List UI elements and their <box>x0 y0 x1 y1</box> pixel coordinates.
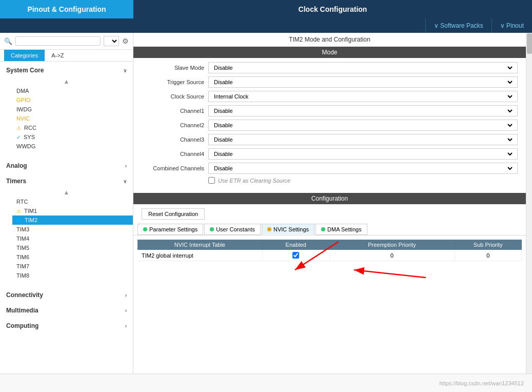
section-system-core-header[interactable]: System Core ∨ <box>0 64 133 77</box>
channel3-select[interactable]: Disable <box>208 134 518 145</box>
sidebar-item-nvic[interactable]: NVIC <box>12 114 133 123</box>
channel4-label: Channel4 <box>142 151 208 157</box>
gear-icon[interactable]: ⚙ <box>122 37 129 45</box>
sidebar-item-tim7[interactable]: TIM7 <box>12 262 133 271</box>
config-section: Configuration Reset Configuration Parame… <box>133 193 526 261</box>
channel4-row: Channel4 Disable <box>142 148 518 160</box>
chevron-right-icon: › <box>125 163 127 169</box>
section-multimedia-header[interactable]: Multimedia › <box>0 304 133 317</box>
sidebar-item-sys[interactable]: SYS <box>12 132 133 142</box>
trigger-source-dropdown[interactable]: Disable <box>212 79 514 86</box>
combined-channels-select[interactable]: Disable <box>208 163 518 174</box>
sidebar-item-tim1[interactable]: TIM1 <box>12 206 133 215</box>
pinout-btn[interactable]: ∨ Pinout <box>491 18 532 33</box>
reset-config-button[interactable]: Reset Configuration <box>142 208 205 220</box>
etr-checkbox-row: Use ETR as Clearing Source <box>208 177 518 184</box>
section-computing: Computing › <box>0 319 133 332</box>
tab-nvic-settings[interactable]: NVIC Settings <box>262 224 314 235</box>
chevron-right-icon-3: › <box>125 308 127 313</box>
search-dropdown[interactable] <box>104 36 119 46</box>
nvic-table: NVIC Interrupt Table Enabled Preemption … <box>137 240 522 261</box>
param-settings-dot <box>143 227 147 231</box>
etr-checkbox[interactable] <box>208 177 215 184</box>
timers-scroll-up[interactable]: ▲ <box>0 188 133 197</box>
bottom-bar: https://blog.csdn.net/wan1234512 <box>0 374 532 392</box>
sidebar-item-tim3[interactable]: TIM3 <box>12 225 133 234</box>
channel2-row: Channel2 Disable <box>142 120 518 131</box>
scrollbar[interactable] <box>526 33 532 392</box>
slave-mode-select[interactable]: Disable <box>208 62 518 73</box>
section-timers-header[interactable]: Timers ∨ <box>0 174 133 188</box>
channel3-row: Channel3 Disable <box>142 134 518 145</box>
channel4-dropdown[interactable]: Disable <box>212 150 514 158</box>
td-subpriority: 0 <box>455 250 522 261</box>
channel3-dropdown[interactable]: Disable <box>212 136 514 143</box>
combined-channels-label: Combined Channels <box>142 165 208 171</box>
tim2-active-dot <box>16 218 21 222</box>
clock-source-dropdown[interactable]: Internal Clock <box>212 93 514 100</box>
section-connectivity: Connectivity › <box>0 288 133 302</box>
sidebar-item-rcc[interactable]: RCC <box>12 123 133 132</box>
channel2-select[interactable]: Disable <box>208 120 518 131</box>
slave-mode-dropdown[interactable]: Disable <box>212 64 514 71</box>
th-enabled: Enabled <box>263 240 330 250</box>
sidebar-item-iwdg[interactable]: IWDG <box>12 105 133 114</box>
chevron-right-icon-4: › <box>125 323 127 329</box>
nvic-table-row: TIM2 global interrupt 0 0 <box>137 250 522 261</box>
combined-channels-dropdown[interactable]: Disable <box>212 165 514 172</box>
slave-mode-label: Slave Mode <box>142 65 208 71</box>
content-scroll[interactable]: Mode Slave Mode Disable Trigge <box>133 47 526 392</box>
trigger-source-select[interactable]: Disable <box>208 76 518 88</box>
search-input[interactable] <box>15 36 101 46</box>
watermark-text: https://blog.csdn.net/wan1234512 <box>439 380 524 386</box>
tab-categories[interactable]: Categories <box>4 50 45 61</box>
chevron-down-icon: ∨ <box>123 68 127 73</box>
channel2-dropdown[interactable]: Disable <box>212 122 514 129</box>
section-analog-header[interactable]: Analog › <box>0 159 133 172</box>
nvic-table-header: NVIC Interrupt Table Enabled Preemption … <box>137 240 522 250</box>
channel1-dropdown[interactable]: Disable <box>212 107 514 114</box>
clock-source-row: Clock Source Internal Clock <box>142 91 518 102</box>
sidebar-item-tim6[interactable]: TIM6 <box>12 252 133 262</box>
tab-user-constants[interactable]: User Constants <box>204 224 261 235</box>
sidebar-item-rtc[interactable]: RTC <box>12 197 133 206</box>
section-multimedia: Multimedia › <box>0 304 133 317</box>
section-timers: Timers ∨ ▲ RTC TIM1 TIM2 TIM3 TIM4 TIM5 <box>0 174 133 280</box>
section-computing-header[interactable]: Computing › <box>0 319 133 332</box>
nvic-enabled-checkbox[interactable] <box>292 252 299 259</box>
sidebar-item-gpio[interactable]: GPIO <box>12 95 133 105</box>
channel4-select[interactable]: Disable <box>208 148 518 160</box>
sidebar-tab-bar: Categories A->Z <box>0 50 133 62</box>
top-header: Pinout & Configuration Clock Configurati… <box>0 0 532 18</box>
th-interrupt-name: NVIC Interrupt Table <box>137 240 263 250</box>
sidebar-item-tim5[interactable]: TIM5 <box>12 243 133 252</box>
sub-header: ∨ Software Packs ∨ Pinout <box>0 18 532 33</box>
sidebar-item-tim2[interactable]: TIM2 <box>12 215 133 225</box>
form-area: Slave Mode Disable Trigger Source Disab <box>133 58 526 191</box>
search-bar: 🔍 ⚙ <box>0 33 133 50</box>
sidebar: 🔍 ⚙ Categories A->Z <box>0 33 133 392</box>
clock-source-select[interactable]: Internal Clock <box>208 91 518 102</box>
channel1-select[interactable]: Disable <box>208 105 518 116</box>
chevron-right-icon-2: › <box>125 292 127 298</box>
sidebar-item-dma[interactable]: DMA <box>12 86 133 95</box>
channel2-label: Channel2 <box>142 122 208 128</box>
section-connectivity-header[interactable]: Connectivity › <box>0 288 133 302</box>
software-packs-btn[interactable]: ∨ Software Packs <box>425 18 491 33</box>
section-analog: Analog › <box>0 159 133 172</box>
sidebar-item-tim8[interactable]: TIM8 <box>12 271 133 280</box>
scroll-up-button[interactable]: ▲ <box>0 77 133 86</box>
mode-section-header: Mode <box>133 47 526 58</box>
trigger-source-row: Trigger Source Disable <box>142 76 518 88</box>
main-layout: 🔍 ⚙ Categories A->Z <box>0 33 532 392</box>
user-constants-dot <box>210 227 214 231</box>
sidebar-item-wwdg[interactable]: WWDG <box>12 142 133 151</box>
tab-parameter-settings[interactable]: Parameter Settings <box>137 224 203 235</box>
search-icon: 🔍 <box>4 37 12 45</box>
td-enabled[interactable] <box>263 250 330 261</box>
tab-az[interactable]: A->Z <box>45 50 70 61</box>
scrollbar-thumb[interactable] <box>527 33 532 54</box>
sidebar-item-tim4[interactable]: TIM4 <box>12 234 133 243</box>
system-core-items: DMA GPIO IWDG NVIC RCC SYS WWDG <box>0 86 133 151</box>
tab-dma-settings[interactable]: DMA Settings <box>316 224 367 235</box>
